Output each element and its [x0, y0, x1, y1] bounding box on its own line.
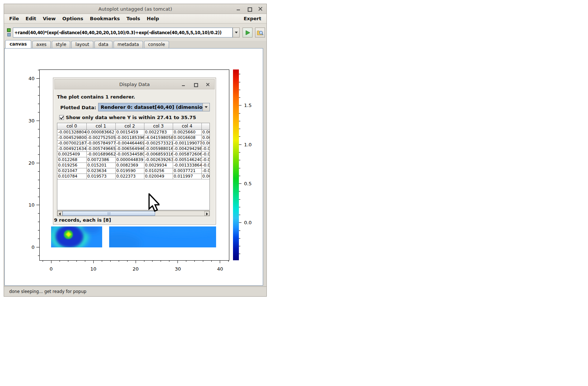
table-cell[interactable]: -0.001199077... [173, 140, 201, 146]
table-cell[interactable]: -0.006564946... [115, 146, 144, 151]
table-cell[interactable]: 0.019590 [115, 168, 144, 174]
table-cell[interactable]: 0.0025409 [57, 151, 86, 157]
table-row[interactable]: -0.004529800...-0.002752505...-0.0011853… [57, 135, 210, 140]
table-cell[interactable]: -0.002639263... [144, 157, 173, 162]
table-cell[interactable]: 0.011997 [173, 174, 201, 179]
menu-bookmarks[interactable]: Bookmarks [87, 15, 123, 22]
table-cell[interactable]: 0.0072386 [86, 157, 115, 162]
dialog-maximize-button[interactable] [194, 83, 198, 87]
table-cell[interactable]: 0.000044839 [115, 157, 144, 162]
table-cell[interactable]: 0.012268 [57, 157, 86, 162]
column-header[interactable]: col 2 [115, 123, 144, 129]
tab-style[interactable]: style [52, 41, 71, 48]
dialog-titlebar[interactable]: Display Data [54, 79, 215, 89]
table-cell[interactable]: -0.001185396... [115, 135, 144, 140]
tab-canvas[interactable]: canvas [5, 40, 31, 48]
table-cell[interactable]: -0.002752505... [86, 135, 115, 140]
tab-data[interactable]: data [94, 41, 112, 48]
table-cell[interactable]: 0.019573 [86, 174, 115, 179]
table-cell[interactable]: -0.005344580... [115, 151, 144, 157]
column-header[interactable]: col 0 [57, 123, 86, 129]
menu-expert[interactable]: Expert [240, 15, 265, 22]
table-cell[interactable]: -0.002573321... [144, 140, 173, 146]
menu-edit[interactable]: Edit [22, 15, 40, 22]
dialog-close-button[interactable] [206, 83, 210, 87]
table-row[interactable]: -0.001328804...0.0000836620.00154590.002… [57, 129, 210, 135]
scroll-right-button[interactable] [204, 211, 209, 216]
column-header[interactable]: col 3 [144, 123, 173, 129]
table-row[interactable]: 0.0025409-0.001689662...-0.005344580...-… [57, 151, 210, 157]
table-row[interactable]: 0.0107840.0195730.0223730.0200490.011997… [57, 174, 210, 179]
table-cell[interactable]: 0.023634 [86, 168, 115, 174]
menu-options[interactable]: Options [59, 15, 87, 22]
table-cell[interactable]: -0.006859316... [144, 151, 173, 157]
column-header[interactable]: col 1 [86, 123, 115, 129]
table-cell[interactable]: 0.010784 [57, 174, 86, 179]
table-cell[interactable]: -0.004921634... [57, 146, 86, 151]
uri-dropdown-button[interactable] [233, 28, 240, 37]
table-cell[interactable]: -0.007002187... [57, 140, 86, 146]
table-cell[interactable]: -0.005988016... [144, 146, 173, 151]
tab-console[interactable]: console [144, 41, 169, 48]
menu-file[interactable]: File [6, 15, 22, 22]
y-filter-checkbox[interactable] [59, 115, 64, 120]
menu-view[interactable]: View [39, 15, 59, 22]
table-cell[interactable]: 0.022373 [115, 174, 144, 179]
table-row[interactable]: 0.0192560.0152010.00823690.0029934-0.001… [57, 162, 210, 168]
window-close-button[interactable] [258, 7, 263, 11]
table-cell[interactable]: -0.0 [201, 157, 210, 162]
combo-arrow-button[interactable] [202, 103, 209, 111]
table-row[interactable]: -0.004921634...-0.005749665...-0.0065649… [57, 146, 210, 151]
column-header[interactable]: col 4 [173, 123, 201, 129]
table-cell[interactable]: 0.000083662 [86, 129, 115, 135]
table-row[interactable]: -0.007002187...-0.005784977...-0.0044644… [57, 140, 210, 146]
inspect-uri-button[interactable] [255, 28, 265, 37]
table-cell[interactable]: -0.005146240... [173, 157, 201, 162]
window-maximize-button[interactable] [247, 7, 252, 11]
table-cell[interactable]: 0.00 [201, 174, 210, 179]
scrollbar-track[interactable] [62, 211, 204, 216]
data-table-viewport[interactable]: col 0col 1col 2col 3col 4-0.001328804...… [57, 123, 210, 210]
menu-tools[interactable]: Tools [123, 15, 143, 22]
dialog-minimize-button[interactable] [182, 83, 186, 87]
horizontal-scrollbar[interactable] [57, 211, 210, 216]
table-cell[interactable]: 0.00 [201, 140, 210, 146]
table-cell[interactable]: -0.004464469... [115, 140, 144, 146]
table-cell[interactable]: -0.0 [201, 146, 210, 151]
table-cell[interactable]: -0.001333864... [173, 162, 201, 168]
table-cell[interactable]: 0.00 [201, 135, 210, 140]
table-cell[interactable]: 0.0037721 [173, 168, 201, 174]
menu-help[interactable]: Help [143, 15, 162, 22]
tab-layout[interactable]: layout [71, 41, 93, 48]
table-cell[interactable]: 0.0022783 [144, 129, 173, 135]
window-minimize-button[interactable] [236, 7, 241, 11]
table-cell[interactable]: -0.004529800... [57, 135, 86, 140]
table-row[interactable]: 0.0122680.00723860.000044839-0.002639263… [57, 157, 210, 162]
table-cell[interactable]: 0.021047 [57, 168, 86, 174]
table-cell[interactable]: 0.0029934 [144, 162, 173, 168]
table-cell[interactable]: 0.010256 [144, 168, 173, 174]
tab-axes[interactable]: axes [32, 41, 51, 48]
table-cell[interactable]: -4.041598058... [144, 135, 173, 140]
table-cell[interactable]: 0.0082369 [115, 162, 144, 168]
table-cell[interactable]: -0.005749665... [86, 146, 115, 151]
column-header[interactable] [201, 123, 210, 129]
table-cell[interactable]: -0.0 [201, 168, 210, 174]
scrollbar-thumb[interactable] [62, 211, 155, 216]
table-cell[interactable]: 0.0016608 [173, 135, 201, 140]
scroll-left-button[interactable] [57, 211, 62, 216]
tab-metadata[interactable]: metadata [114, 41, 143, 48]
table-cell[interactable]: -0.005784977... [86, 140, 115, 146]
table-cell[interactable]: -0.001689662... [86, 151, 115, 157]
table-cell[interactable]: -0.0 [201, 151, 210, 157]
table-cell[interactable]: 0.015201 [86, 162, 115, 168]
table-cell[interactable]: -0.001328804... [57, 129, 86, 135]
table-cell[interactable]: 0.0015459 [115, 129, 144, 135]
go-button[interactable] [243, 28, 252, 37]
table-cell[interactable]: -0.005872606... [173, 151, 201, 157]
table-row[interactable]: 0.0210470.0236340.0195900.0102560.003772… [57, 168, 210, 174]
table-cell[interactable]: 0.020049 [144, 174, 173, 179]
window-titlebar[interactable]: Autoplot untagged (as tomcat) [4, 4, 266, 14]
plotted-data-combobox[interactable]: Renderer 0: dataset[40,40] (dimension... [98, 103, 210, 111]
table-cell[interactable]: -0.0 [201, 162, 210, 168]
